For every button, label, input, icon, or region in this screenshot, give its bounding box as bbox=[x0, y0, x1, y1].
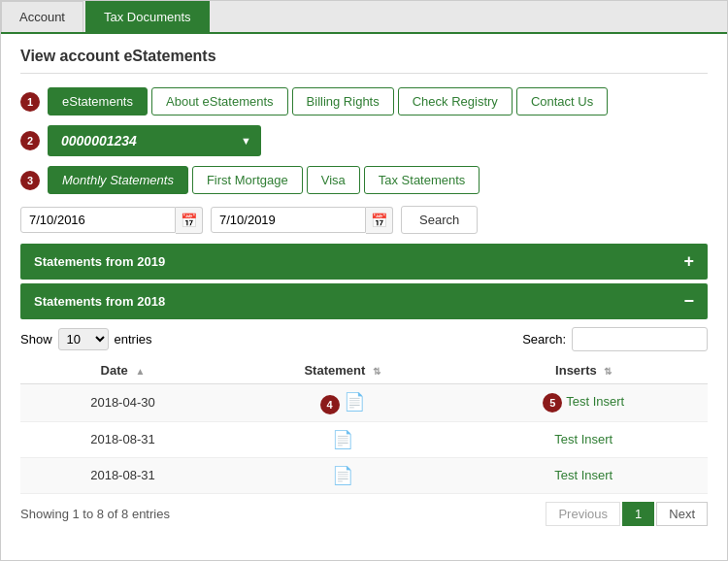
start-date-input[interactable] bbox=[20, 207, 176, 233]
entries-select[interactable]: 10 25 50 100 bbox=[58, 328, 109, 350]
pagination: Previous 1 Next bbox=[546, 502, 708, 526]
account-row: 2 0000001234 bbox=[20, 125, 708, 156]
stmt-type-tabs: Monthly Statements First Mortgage Visa T… bbox=[48, 166, 480, 194]
showing-entries: Showing 1 to 8 of 8 entries bbox=[20, 507, 170, 521]
start-date-group: 📅 bbox=[20, 207, 203, 234]
table-row: 2018-08-31📄Test Insert bbox=[20, 421, 708, 457]
cell-insert: Test Insert bbox=[459, 421, 708, 457]
insert-link[interactable]: Test Insert bbox=[554, 432, 612, 446]
insert-link[interactable]: Test Insert bbox=[566, 394, 624, 409]
stmt-tab-mortgage[interactable]: First Mortgage bbox=[192, 166, 303, 194]
col-date: Date ▲ bbox=[20, 357, 225, 384]
table-controls: Show 10 25 50 100 entries Search: bbox=[20, 327, 708, 351]
account-dropdown-wrapper: 0000001234 bbox=[48, 125, 261, 156]
subnav-check[interactable]: Check Registry bbox=[398, 87, 513, 116]
prev-button[interactable]: Previous bbox=[546, 502, 620, 526]
stmt-tab-visa[interactable]: Visa bbox=[307, 166, 360, 194]
end-calendar-icon[interactable]: 📅 bbox=[366, 207, 393, 234]
col-inserts: Inserts ⇅ bbox=[459, 357, 708, 384]
subnav-billing[interactable]: Billing Rights bbox=[292, 87, 394, 116]
accordion-2019[interactable]: Statements from 2019 + bbox=[20, 244, 708, 280]
page-1-button[interactable]: 1 bbox=[622, 502, 654, 526]
step-badge-2: 2 bbox=[20, 131, 40, 150]
end-date-input[interactable] bbox=[211, 207, 366, 233]
cell-insert: 5Test Insert bbox=[459, 384, 708, 422]
table-search-input[interactable] bbox=[572, 327, 708, 351]
table-footer: Showing 1 to 8 of 8 entries Previous 1 N… bbox=[20, 502, 708, 526]
cell-insert: Test Insert bbox=[459, 457, 708, 493]
table-row: 2018-08-31📄Test Insert bbox=[20, 457, 708, 493]
step-badge-1: 1 bbox=[20, 92, 40, 112]
account-select-container: 0000001234 bbox=[48, 125, 261, 156]
step-badge-5: 5 bbox=[543, 393, 562, 412]
top-tab-bar: Account Tax Documents bbox=[1, 1, 727, 34]
col-statement: Statement ⇅ bbox=[225, 357, 460, 384]
cell-statement: 4📄 bbox=[225, 384, 460, 422]
pdf-icon[interactable]: 📄 bbox=[332, 466, 353, 485]
stmt-tab-tax[interactable]: Tax Statements bbox=[364, 166, 480, 194]
subnav-estatements[interactable]: eStatements bbox=[48, 87, 148, 116]
sort-date-icon: ▲ bbox=[135, 366, 145, 377]
tab-account[interactable]: Account bbox=[1, 1, 83, 32]
page-title: View account eStatements bbox=[20, 48, 708, 74]
accordion-2018-sign: − bbox=[683, 291, 694, 312]
next-button[interactable]: Next bbox=[656, 502, 708, 526]
accordion-2019-sign: + bbox=[683, 251, 694, 272]
main-container: Account Tax Documents View account eStat… bbox=[0, 0, 728, 561]
table-search: Search: bbox=[522, 327, 708, 351]
tab-tax-documents[interactable]: Tax Documents bbox=[85, 1, 210, 32]
sub-nav: eStatements About eStatements Billing Ri… bbox=[48, 87, 608, 116]
start-calendar-icon[interactable]: 📅 bbox=[176, 207, 203, 234]
accordion-2018[interactable]: Statements from 2018 − bbox=[20, 283, 708, 319]
cell-statement: 📄 bbox=[225, 457, 460, 493]
sort-statement-icon: ⇅ bbox=[373, 366, 381, 377]
stmttype-row: 3 Monthly Statements First Mortgage Visa… bbox=[20, 166, 708, 194]
step-badge-3: 3 bbox=[20, 171, 40, 190]
content-area: View account eStatements 1 eStatements A… bbox=[1, 34, 727, 540]
statements-table: Date ▲ Statement ⇅ Inserts ⇅ 2018-04-304… bbox=[20, 357, 708, 494]
pdf-icon[interactable]: 📄 bbox=[344, 392, 365, 412]
cell-date: 2018-04-30 bbox=[20, 384, 225, 422]
step-badge-4: 4 bbox=[320, 395, 340, 414]
end-date-group: 📅 bbox=[211, 207, 393, 234]
search-button[interactable]: Search bbox=[401, 206, 478, 234]
subnav-row: 1 eStatements About eStatements Billing … bbox=[20, 87, 708, 116]
account-select[interactable]: 0000001234 bbox=[48, 125, 261, 156]
sort-inserts-icon: ⇅ bbox=[604, 366, 612, 377]
date-filter-row: 📅 📅 Search bbox=[20, 206, 708, 234]
table-row: 2018-04-304📄5Test Insert bbox=[20, 384, 708, 422]
cell-statement: 📄 bbox=[225, 421, 460, 457]
stmt-tab-monthly[interactable]: Monthly Statements bbox=[48, 166, 188, 194]
show-entries: Show 10 25 50 100 entries bbox=[20, 328, 152, 350]
pdf-icon[interactable]: 📄 bbox=[332, 430, 353, 449]
subnav-contact[interactable]: Contact Us bbox=[516, 87, 608, 116]
insert-link[interactable]: Test Insert bbox=[554, 468, 612, 482]
subnav-about[interactable]: About eStatements bbox=[151, 87, 288, 116]
cell-date: 2018-08-31 bbox=[20, 457, 225, 493]
cell-date: 2018-08-31 bbox=[20, 421, 225, 457]
